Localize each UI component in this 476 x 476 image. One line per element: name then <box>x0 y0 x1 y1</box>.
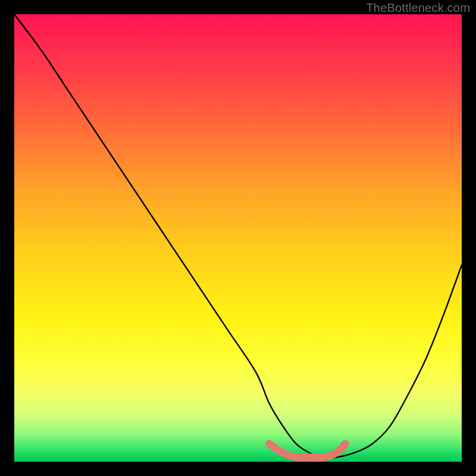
bottleneck-curve <box>14 14 462 458</box>
chart-frame: TheBottleneck.com <box>0 0 476 476</box>
plot-area <box>14 14 462 462</box>
curve-svg <box>14 14 462 462</box>
watermark-text: TheBottleneck.com <box>366 1 470 15</box>
highlight-band <box>270 444 346 458</box>
